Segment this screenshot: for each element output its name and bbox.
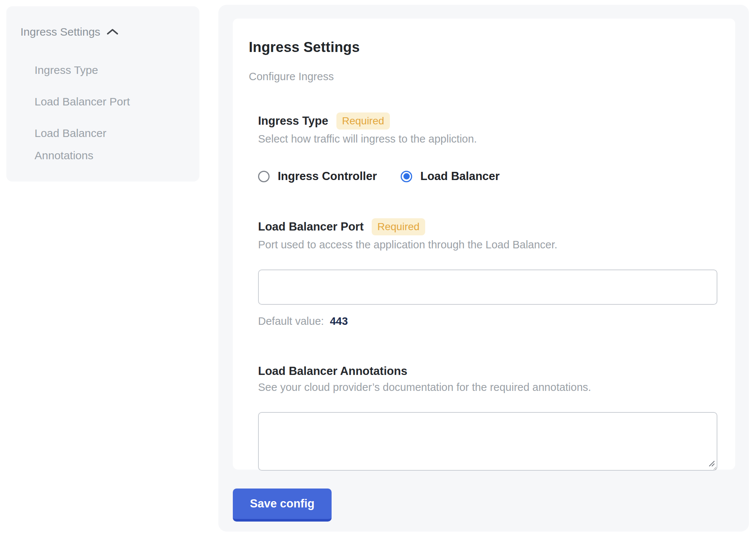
field-load-balancer-port: Load Balancer Port Required Port used to… — [258, 218, 713, 327]
radio-label-load-balancer: Load Balancer — [420, 170, 500, 183]
sidebar-item-load-balancer-port[interactable]: Load Balancer Port — [35, 91, 157, 113]
radio-option-ingress-controller[interactable]: Ingress Controller — [258, 170, 377, 183]
field-ingress-type-description: Select how traffic will ingress to the a… — [258, 133, 713, 145]
ingress-settings-panel: Ingress Settings Configure Ingress Ingre… — [218, 5, 749, 532]
form-sections: Ingress Type Required Select how traffic… — [258, 112, 713, 471]
required-badge: Required — [336, 112, 390, 130]
field-ingress-type: Ingress Type Required Select how traffic… — [258, 112, 713, 183]
field-lb-annotations-description: See your cloud provider’s documentation … — [258, 381, 713, 393]
default-value-number: 443 — [330, 315, 348, 327]
field-lb-port-label: Load Balancer Port — [258, 220, 364, 233]
sidebar-item-ingress-type[interactable]: Ingress Type — [35, 59, 157, 81]
page-title: Ingress Settings — [249, 39, 713, 55]
field-lb-annotations-label: Load Balancer Annotations — [258, 365, 407, 378]
chevron-up-icon — [106, 28, 119, 36]
sidebar-section-ingress-settings[interactable]: Ingress Settings — [20, 26, 188, 38]
field-lb-annotations-header: Load Balancer Annotations — [258, 365, 713, 378]
field-lb-port-header: Load Balancer Port Required — [258, 218, 713, 235]
save-config-button[interactable]: Save config — [233, 489, 332, 522]
load-balancer-annotations-textarea[interactable] — [258, 412, 717, 471]
radio-unselected-icon[interactable] — [258, 171, 270, 182]
field-ingress-type-label: Ingress Type — [258, 114, 328, 128]
default-value-label: Default value: — [258, 315, 324, 327]
required-badge: Required — [372, 218, 425, 235]
page: Ingress Settings Ingress Type Load Balan… — [0, 0, 756, 539]
field-ingress-type-header: Ingress Type Required — [258, 112, 713, 130]
radio-selected-icon[interactable] — [401, 171, 412, 182]
settings-sidebar: Ingress Settings Ingress Type Load Balan… — [6, 6, 199, 182]
sidebar-item-list: Ingress Type Load Balancer Port Load Bal… — [20, 59, 188, 167]
field-load-balancer-annotations: Load Balancer Annotations See your cloud… — [258, 365, 713, 471]
default-value-line: Default value: 443 — [258, 315, 713, 327]
ingress-type-radio-group: Ingress Controller Load Balancer — [258, 170, 713, 183]
radio-label-ingress-controller: Ingress Controller — [278, 170, 377, 183]
field-lb-port-description: Port used to access the application thro… — [258, 239, 713, 251]
load-balancer-port-input[interactable] — [258, 270, 717, 305]
ingress-settings-card: Ingress Settings Configure Ingress Ingre… — [233, 19, 735, 470]
radio-option-load-balancer[interactable]: Load Balancer — [401, 170, 500, 183]
sidebar-item-load-balancer-annotations[interactable]: Load Balancer Annotations — [35, 122, 157, 167]
annotations-textarea-wrap — [258, 412, 717, 471]
sidebar-section-label: Ingress Settings — [20, 26, 100, 38]
page-subtitle: Configure Ingress — [249, 71, 713, 83]
